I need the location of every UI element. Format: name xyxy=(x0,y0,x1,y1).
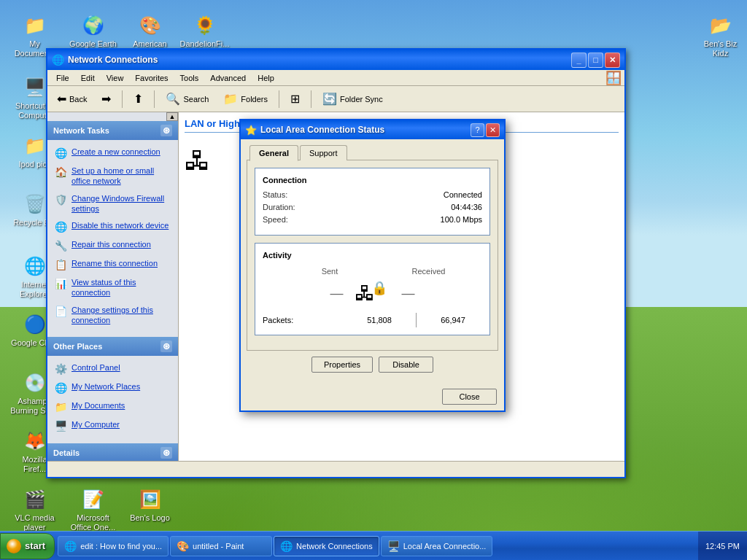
taskbar-clock: 12:45 PM xyxy=(698,532,747,560)
folders-icon: 📁 xyxy=(223,92,238,106)
my-docs-icon: 📁 xyxy=(55,401,67,413)
maximize-button[interactable]: □ xyxy=(588,52,603,68)
disable-device-link[interactable]: 🌐 Disable this network device xyxy=(50,218,175,235)
view-status-link[interactable]: 📊 View status of this connection xyxy=(50,275,175,300)
menu-favorites[interactable]: Favorites xyxy=(129,72,174,84)
left-panel: ▲ Network Tasks ⊛ 🌐 Create a new connect… xyxy=(47,112,179,461)
sent-arrow-icon: — xyxy=(330,286,344,301)
my-computer-link[interactable]: 🖥️ My Computer xyxy=(50,417,175,434)
toolbar-separator-1 xyxy=(122,90,123,108)
taskbar: start 🌐 edit : How to find you... 🎨 unti… xyxy=(0,531,747,560)
recycle-bin-icon: 🗑️ xyxy=(23,192,47,216)
mozilla-firefox-icon: 🦊 xyxy=(23,429,47,453)
my-docs-link[interactable]: 📁 My Documents xyxy=(50,398,175,415)
google-chrome-icon: 🔵 xyxy=(23,313,47,336)
menu-tools[interactable]: Tools xyxy=(174,72,205,84)
tab-support[interactable]: Support xyxy=(300,145,347,160)
scroll-up-arrow[interactable]: ▲ xyxy=(166,112,178,121)
view-button[interactable]: ⊞ xyxy=(284,88,306,110)
close-button[interactable]: ✕ xyxy=(605,52,620,68)
desktop-icon-bens-biz[interactable]: 📂 Ben's Biz Kidz xyxy=(693,11,747,61)
other-places-collapse[interactable]: ⊛ xyxy=(160,341,172,352)
my-network-icon: 🌐 xyxy=(55,382,67,394)
folders-button[interactable]: 📁 Folders xyxy=(217,88,274,110)
desktop-icon-google-earth[interactable]: 🌍 Google Earth xyxy=(66,11,120,52)
dialog-action-buttons: Properties Disable xyxy=(247,351,498,378)
view-icon: ⊞ xyxy=(290,92,300,106)
window-titlebar: 🌐 Network Connections _ □ ✕ xyxy=(47,50,624,70)
forward-button[interactable]: ➡ xyxy=(95,88,117,110)
vlc-icon: 🎬 xyxy=(23,488,47,511)
control-panel-icon: ⚙️ xyxy=(55,363,67,375)
menu-help[interactable]: Help xyxy=(252,72,280,84)
forward-icon: ➡ xyxy=(101,92,111,106)
disable-button[interactable]: Disable xyxy=(379,357,433,373)
duration-label: Duration: xyxy=(263,203,295,211)
tab-general[interactable]: General xyxy=(249,145,298,161)
menu-view[interactable]: View xyxy=(101,72,130,84)
taskbar-item-edit[interactable]: 🌐 edit : How to find you... xyxy=(58,536,169,556)
desktop-icon-bens-logo[interactable]: 🖼️ Ben's Logo xyxy=(123,485,177,526)
change-settings-link[interactable]: 📄 Change settings of this connection xyxy=(50,303,175,328)
taskbar-item-paint[interactable]: 🎨 untitled - Paint xyxy=(170,536,272,556)
minimize-button[interactable]: _ xyxy=(571,52,587,68)
change-firewall-icon: 🛡️ xyxy=(55,194,67,206)
dialog-help-button[interactable]: ? xyxy=(471,123,484,137)
control-panel-link[interactable]: ⚙️ Control Panel xyxy=(50,360,175,377)
connection-info-box: Connection Status: Connected Duration: 0… xyxy=(255,168,490,236)
speed-label: Speed: xyxy=(263,215,288,224)
received-packets-value: 66,947 xyxy=(424,316,482,324)
details-header: Details ⊛ xyxy=(47,443,178,461)
activity-labels-row: Sent Received xyxy=(263,267,482,276)
my-network-link[interactable]: 🌐 My Network Places xyxy=(50,379,175,396)
details-collapse[interactable]: ⊛ xyxy=(160,447,172,459)
dialog-close-button[interactable]: ✕ xyxy=(486,123,500,137)
activity-box: Activity Sent Received — 🖧 🔒 — Packets: … xyxy=(255,243,490,335)
desktop-icon-vlc[interactable]: 🎬 VLC mediaplayer xyxy=(7,485,62,535)
desktop-icon-ms-office[interactable]: 📝 MicrosoftOffice One... xyxy=(66,485,120,535)
internet-explorer-label: InternetExplorer xyxy=(20,280,50,299)
network-tasks-items: 🌐 Create a new connection 🏠 Set up a hom… xyxy=(47,140,178,334)
speed-value: 100.0 Mbps xyxy=(441,215,482,224)
american-greetings-icon: 🎨 xyxy=(139,14,162,37)
menu-file[interactable]: File xyxy=(50,72,75,84)
dialog-title: Local Area Connection Status xyxy=(260,125,467,135)
edit-tab-icon: 🌐 xyxy=(64,540,77,552)
dialog-titlebar: ⭐ Local Area Connection Status ? ✕ xyxy=(241,120,504,139)
repair-connection-link[interactable]: 🔧 Repair this connection xyxy=(50,237,175,254)
network-tab-icon: 🌐 xyxy=(280,540,293,552)
connection-icon: 🖧 xyxy=(185,146,211,176)
ipod-pics-icon: 📁 xyxy=(23,134,47,158)
menu-advanced[interactable]: Advanced xyxy=(204,72,252,84)
taskbar-item-network[interactable]: 🌐 Network Connections xyxy=(274,536,379,556)
close-dialog-button[interactable]: Close xyxy=(442,389,497,405)
properties-button[interactable]: Properties xyxy=(311,357,373,373)
details-section: Details ⊛ Local Area Connection LAN or H… xyxy=(47,443,178,461)
toolbar-separator-3 xyxy=(279,90,279,108)
packets-row: Packets: 51,808 66,947 xyxy=(263,313,482,327)
start-button[interactable]: start xyxy=(0,533,55,559)
setup-network-link[interactable]: 🏠 Set up a home or small office network xyxy=(50,163,175,189)
search-button[interactable]: 🔍 Search xyxy=(159,88,215,110)
network-computers-icon: 🖧 🔒 xyxy=(355,281,391,306)
sent-packets-value: 51,808 xyxy=(350,316,409,324)
bens-logo-icon: 🖼️ xyxy=(139,488,162,511)
rename-connection-link[interactable]: 📋 Rename this connection xyxy=(50,256,175,273)
tab-general-content: Connection Status: Connected Duration: 0… xyxy=(247,160,498,351)
speed-row: Speed: 100.0 Mbps xyxy=(263,215,482,224)
up-button[interactable]: ⬆ xyxy=(127,88,150,110)
packets-divider xyxy=(416,313,417,327)
back-button[interactable]: ⬅ Back xyxy=(50,88,93,110)
create-connection-icon: 🌐 xyxy=(55,147,67,159)
duration-value: 04:44:36 xyxy=(451,203,482,211)
create-connection-link[interactable]: 🌐 Create a new connection xyxy=(50,144,175,161)
back-icon: ⬅ xyxy=(57,92,66,106)
taskbar-items: 🌐 edit : How to find you... 🎨 untitled -… xyxy=(58,534,698,559)
network-tasks-collapse[interactable]: ⊛ xyxy=(160,125,172,136)
desktop-icon-dandelion[interactable]: 🌻 DandelionFi... xyxy=(177,11,232,52)
taskbar-item-lan[interactable]: 🖥️ Local Area Connectio... xyxy=(381,536,493,556)
folder-sync-button[interactable]: 🔄 Folder Sync xyxy=(316,88,390,110)
menu-edit[interactable]: Edit xyxy=(75,72,101,84)
rename-connection-icon: 📋 xyxy=(55,259,67,271)
change-firewall-link[interactable]: 🛡️ Change Windows Firewall settings xyxy=(50,191,175,217)
